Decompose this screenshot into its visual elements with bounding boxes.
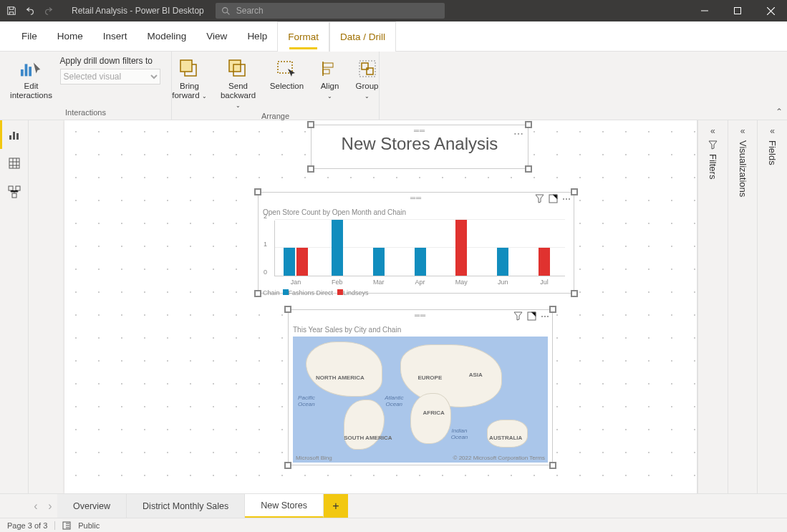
add-page-button[interactable]: + [324,494,348,518]
search-input[interactable]: Search [216,3,445,19]
menu-data-drill[interactable]: Data / Drill [329,21,396,52]
bar[interactable] [373,248,385,276]
send-backward-button[interactable]: Send backward ⌄ [218,56,259,110]
group-button[interactable]: Group⌄ [353,56,382,100]
visual-more-icon[interactable]: ⋯ [541,311,549,321]
svg-rect-6 [180,60,192,72]
maximize-button[interactable] [721,0,754,21]
tab-nav-left[interactable]: ‹ [29,494,43,518]
tab-new-stores[interactable]: New Stores [245,494,324,518]
bar-group: Jul [523,221,565,276]
apply-drill-label: Apply drill down filters to [60,56,160,66]
svg-rect-4 [29,67,32,76]
sensitivity-icon[interactable] [62,521,71,530]
visual-more-icon[interactable]: ⋯ [513,128,523,140]
status-bar: Page 3 of 3 Public [0,518,787,532]
bar-group: Jun [482,221,523,276]
filter-icon[interactable] [513,311,523,321]
drill-scope-select[interactable]: Selected visual [60,69,160,84]
report-canvas[interactable]: ══ ⋯ New Stores Analysis ══ ⋯ Open Store… [64,120,697,493]
collapsed-panes: « Filters « Visualizations « Fields [697,120,787,493]
map-attribution-right: © 2022 Microsoft Corporation Terms [453,455,545,461]
page-indicator: Page 3 of 3 [7,521,47,530]
undo-icon[interactable] [24,5,36,16]
bar[interactable] [539,248,550,276]
drag-handle-icon[interactable]: ══ [415,311,426,319]
report-view-button[interactable] [0,120,28,149]
map-attribution-left: Microsoft Bing [296,455,332,461]
canvas-area[interactable]: ══ ⋯ New Stores Analysis ══ ⋯ Open Store… [29,120,697,493]
svg-rect-20 [16,186,20,190]
tab-overview[interactable]: Overview [57,494,127,518]
bar-group: Jan [275,221,317,276]
fields-pane[interactable]: « Fields [757,120,787,493]
chevron-left-icon: « [740,126,745,136]
menu-insert[interactable]: Insert [93,21,137,51]
collapse-ribbon-icon[interactable]: ⌃ [776,107,783,117]
svg-rect-21 [12,193,16,198]
data-view-button[interactable] [0,149,28,178]
map-visual-title: This Year Sales by City and Chain [289,324,552,335]
bar-chart: 0 1 2 JanFebMarAprMayJunJul Chain Fashio… [259,218,574,301]
selection-pane-button[interactable]: Selection [267,56,307,91]
menubar: File Home Insert Modeling View Help Form… [0,21,787,52]
send-backward-icon [227,57,250,80]
minimize-button[interactable] [688,0,721,21]
bar-group: Mar [358,221,400,276]
edit-interactions-icon [20,57,43,80]
svg-rect-7 [229,60,241,72]
window-title: Retail Analysis - Power BI Desktop [60,6,216,16]
drag-handle-icon[interactable]: ══ [414,127,425,135]
bar[interactable] [415,248,426,276]
drag-handle-icon[interactable]: ══ [410,194,422,202]
svg-rect-3 [24,64,27,76]
svg-rect-2 [20,69,23,76]
sensitivity-label: Public [78,521,100,530]
menu-home[interactable]: Home [47,21,93,51]
menu-help[interactable]: Help [237,21,277,51]
menu-modeling[interactable]: Modeling [137,21,197,51]
bar[interactable] [497,248,508,276]
bar-visual-title: Open Store Count by Open Month and Chain [259,207,574,218]
filters-pane[interactable]: « Filters [697,120,728,493]
align-button[interactable]: Align⌄ [316,56,344,100]
bar[interactable] [455,220,467,276]
filter-icon [708,140,718,150]
filter-icon[interactable] [535,194,544,204]
ribbon-group-interactions: Interactions [65,107,106,118]
visual-more-icon[interactable]: ⋯ [562,194,571,204]
bar[interactable] [332,220,343,276]
chevron-left-icon: « [710,126,715,136]
svg-rect-16 [13,132,15,140]
focus-mode-icon[interactable] [549,194,558,204]
menu-format[interactable]: Format [277,21,329,52]
redo-icon[interactable] [43,5,54,16]
bar[interactable] [284,248,295,276]
model-view-button[interactable] [0,178,28,206]
edit-interactions-button[interactable]: Edit interactions [11,56,52,100]
menu-view[interactable]: View [196,21,237,51]
search-placeholder: Search [236,6,264,16]
focus-mode-icon[interactable] [527,311,536,321]
title-visual[interactable]: ══ ⋯ New Stores Analysis [311,125,528,169]
bar-group: Feb [317,221,358,276]
save-icon[interactable] [6,5,17,16]
map-visual[interactable]: ══ ⋯ This Year Sales by City and Chain N… [288,309,553,465]
bar[interactable] [296,248,308,276]
page-tabs: ‹ › Overview District Monthly Sales New … [0,493,787,518]
menu-file[interactable]: File [11,21,47,51]
tab-district-monthly-sales[interactable]: District Monthly Sales [127,494,245,518]
visualizations-pane[interactable]: « Visualizations [728,120,758,493]
bar-group: May [440,221,482,276]
bring-forward-button[interactable]: Bring forward ⌄ [170,56,210,100]
close-button[interactable] [754,0,787,21]
titlebar: Retail Analysis - Power BI Desktop Searc… [0,0,787,21]
map-body[interactable]: NORTH AMERICA SOUTH AMERICA EUROPE AFRIC… [293,337,548,463]
search-icon [221,6,231,16]
bar-visual[interactable]: ══ ⋯ Open Store Count by Open Month and … [258,192,574,294]
align-icon [319,57,342,80]
svg-rect-1 [735,8,741,14]
tab-nav-right[interactable]: › [43,494,57,518]
svg-rect-11 [323,69,329,74]
view-rail [0,120,29,493]
